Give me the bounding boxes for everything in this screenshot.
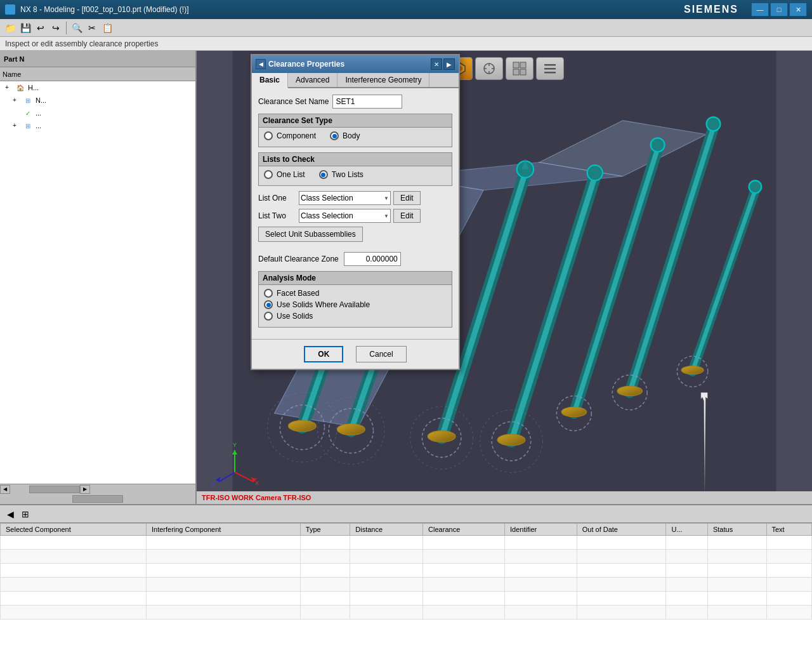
toolbar-icon-5[interactable]: 🔍 bbox=[69, 20, 84, 36]
part-nav-columns: Name bbox=[0, 67, 195, 81]
title-bar: NX 8 - Modeling - [f002_top_010.prt (Mod… bbox=[0, 0, 812, 19]
component-radio-row[interactable]: Component Body bbox=[264, 131, 447, 140]
use-solids-where-row[interactable]: Use Solids Where Available bbox=[264, 300, 447, 309]
facet-based-radio[interactable] bbox=[264, 289, 273, 298]
close-button[interactable]: ✕ bbox=[789, 3, 807, 17]
viewport-status: TFR-ISO WORK Camera TFR-ISO bbox=[197, 491, 812, 504]
col-type[interactable]: Type bbox=[300, 524, 350, 536]
svg-rect-7 bbox=[513, 62, 519, 68]
clearance-set-type-header: Clearance Set Type bbox=[259, 114, 452, 128]
toolbar-icon-3[interactable]: ↩ bbox=[33, 20, 48, 36]
svg-text:Y: Y bbox=[233, 442, 237, 448]
ok-button[interactable]: OK bbox=[304, 346, 343, 362]
analysis-mode-header: Analysis Mode bbox=[259, 272, 452, 285]
tree-expand-3[interactable] bbox=[13, 109, 20, 117]
one-list-radio[interactable] bbox=[264, 170, 273, 179]
analysis-mode-body: Facet Based Use Solids Where Available U… bbox=[259, 285, 452, 327]
use-solids-radio[interactable] bbox=[264, 312, 273, 321]
table-body bbox=[1, 536, 812, 620]
col-text[interactable]: Text bbox=[766, 524, 812, 536]
list-two-arrow: ▼ bbox=[384, 213, 389, 219]
dialog-title: Clearance Properties bbox=[268, 60, 344, 69]
table-row bbox=[1, 606, 812, 620]
two-lists-label: Two Lists bbox=[332, 170, 363, 179]
dialog-nav-prev[interactable]: ◀ bbox=[256, 59, 266, 69]
scroll-right-btn[interactable]: ▶ bbox=[80, 485, 90, 494]
set-name-row: Clearance Set Name bbox=[258, 95, 452, 109]
facet-based-label: Facet Based bbox=[277, 289, 319, 298]
list-two-edit-button[interactable]: Edit bbox=[393, 209, 421, 223]
list-one-label: List One bbox=[258, 194, 296, 202]
tree-expand-4[interactable]: + bbox=[13, 122, 20, 129]
col-distance[interactable]: Distance bbox=[350, 524, 423, 536]
list-two-dropdown[interactable]: Class Selection ▼ bbox=[299, 209, 391, 223]
bottom-icon-2[interactable]: ⊞ bbox=[18, 507, 33, 522]
col-u[interactable]: U... bbox=[666, 524, 708, 536]
3d-viewport[interactable]: X Y Z TFR-ISO WORK Camera TFR-ISO ◀ Clea… bbox=[197, 51, 812, 504]
select-unit-subassemblies-button[interactable]: Select Unit Subassemblies bbox=[258, 227, 363, 242]
use-solids-where-radio[interactable] bbox=[264, 300, 273, 309]
set-name-input[interactable] bbox=[332, 95, 402, 109]
left-scrollbar-v-thumb[interactable] bbox=[0, 494, 195, 504]
cancel-button[interactable]: Cancel bbox=[356, 346, 406, 362]
col-out-of-date[interactable]: Out of Date bbox=[577, 524, 666, 536]
clearance-set-type-section: Clearance Set Type Component Body bbox=[258, 114, 452, 147]
coordinate-indicator: X Y Z bbox=[209, 441, 260, 491]
col-identifier[interactable]: Identifier bbox=[505, 524, 577, 536]
status-text: Inspect or edit assembly clearance prope… bbox=[5, 39, 158, 48]
scrollbar-thumb[interactable] bbox=[29, 486, 80, 493]
toolbar-icon-1[interactable]: 📁 bbox=[3, 20, 18, 36]
tree-item-3[interactable]: ✓ ... bbox=[0, 107, 195, 119]
toolbar-icon-2[interactable]: 💾 bbox=[18, 20, 33, 36]
tab-advanced[interactable]: Advanced bbox=[288, 73, 337, 87]
svg-point-45 bbox=[497, 434, 525, 446]
tree-expand-2[interactable]: + bbox=[13, 96, 20, 104]
tree-item-1[interactable]: + 🏠 H... bbox=[0, 81, 195, 94]
col-status[interactable]: Status bbox=[707, 524, 766, 536]
use-solids-row[interactable]: Use Solids bbox=[264, 312, 447, 321]
table-row bbox=[1, 578, 812, 592]
table-row bbox=[1, 536, 812, 550]
clearance-zone-input[interactable] bbox=[344, 252, 401, 266]
tree-expand-1[interactable]: + bbox=[5, 84, 13, 91]
vp-icon-3[interactable] bbox=[506, 57, 534, 80]
scroll-left-btn[interactable]: ◀ bbox=[0, 485, 10, 494]
lists-radio-row[interactable]: One List Two Lists bbox=[264, 170, 447, 179]
dialog-close-button[interactable]: ✕ bbox=[431, 58, 442, 70]
tree-item-2[interactable]: + ⊞ N... bbox=[0, 94, 195, 107]
unit-sub-row: Select Unit Subassemblies bbox=[258, 227, 452, 247]
scrollbar-h-thumb[interactable] bbox=[72, 495, 123, 503]
maximize-button[interactable]: □ bbox=[770, 3, 788, 17]
bottom-table-area[interactable]: Selected Component Interfering Component… bbox=[0, 523, 812, 650]
col-selected-component[interactable]: Selected Component bbox=[1, 524, 147, 536]
component-radio[interactable] bbox=[264, 131, 273, 140]
toolbar-icon-4[interactable]: ↪ bbox=[48, 20, 63, 36]
toolbar-icon-6[interactable]: ✂ bbox=[84, 20, 100, 36]
lists-to-check-section: Lists to Check One List Two Lists bbox=[258, 152, 452, 186]
facet-based-row[interactable]: Facet Based bbox=[264, 289, 447, 298]
part-nav-tree[interactable]: + 🏠 H... + ⊞ N... ✓ ... + ⊞ ... bbox=[0, 81, 195, 484]
list-one-edit-button[interactable]: Edit bbox=[393, 191, 421, 205]
svg-point-37 bbox=[707, 117, 721, 131]
col-clearance[interactable]: Clearance bbox=[423, 524, 505, 536]
minimize-button[interactable]: — bbox=[751, 3, 769, 17]
vp-icon-4[interactable] bbox=[536, 57, 564, 80]
clearance-zone-label: Default Clearance Zone bbox=[258, 255, 339, 263]
dialog-nav-next-button[interactable]: ▶ bbox=[443, 58, 455, 70]
body-label: Body bbox=[343, 131, 360, 140]
two-lists-radio[interactable] bbox=[319, 170, 328, 179]
list-one-dropdown[interactable]: Class Selection ▼ bbox=[299, 191, 391, 205]
body-radio[interactable] bbox=[330, 131, 339, 140]
dialog-title-area: ◀ Clearance Properties bbox=[256, 59, 344, 69]
bottom-icon-1[interactable]: ◀ bbox=[3, 507, 18, 522]
vp-icon-2[interactable] bbox=[475, 57, 503, 80]
viewport-status-text: TFR-ISO WORK Camera TFR-ISO bbox=[202, 494, 311, 501]
col-interfering-component[interactable]: Interfering Component bbox=[146, 524, 300, 536]
tree-item-4[interactable]: + ⊞ ... bbox=[0, 119, 195, 132]
tab-interference-geometry[interactable]: Interference Geometry bbox=[337, 73, 429, 87]
title-bar-controls[interactable]: — □ ✕ bbox=[751, 3, 807, 17]
toolbar-icon-7[interactable]: 📋 bbox=[100, 20, 115, 36]
left-scrollbar-h[interactable]: ◀ ▶ bbox=[0, 484, 195, 494]
clearance-zone-row: Default Clearance Zone bbox=[258, 252, 452, 266]
tab-basic[interactable]: Basic bbox=[252, 73, 288, 88]
